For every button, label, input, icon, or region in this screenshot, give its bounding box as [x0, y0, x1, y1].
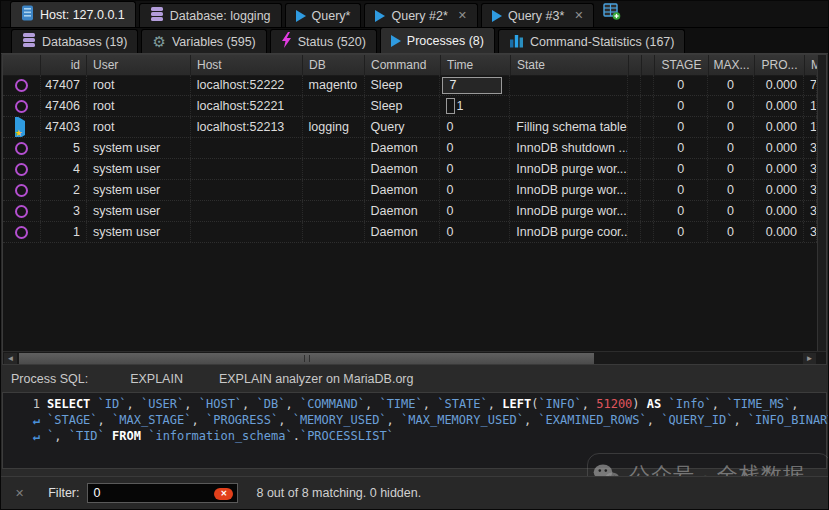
column-header-id[interactable]: id	[41, 55, 87, 75]
cell-db[interactable]	[303, 180, 365, 200]
cell-progress[interactable]: 0.000	[754, 159, 804, 179]
tab-query-2[interactable]: Query #2*✕	[364, 3, 478, 27]
cell-stage[interactable]: 0	[654, 138, 708, 158]
cell-state[interactable]	[510, 96, 628, 116]
column-header-progress[interactable]: PRO...	[755, 55, 805, 75]
close-tab-icon[interactable]: ✕	[574, 9, 583, 22]
cell-stage[interactable]: 0	[654, 117, 708, 137]
table-row[interactable]: 4system userDaemon0InnoDB purge wor...00…	[3, 159, 817, 180]
cell-max_stage[interactable]: 0	[708, 180, 754, 200]
cell-memory[interactable]: 3	[804, 180, 817, 200]
tab-variables-595[interactable]: ⚙Variables (595)	[141, 29, 266, 53]
cell-command[interactable]: Sleep	[365, 75, 441, 95]
cell-user[interactable]: system user	[87, 159, 191, 179]
cell-memory[interactable]: 7	[804, 75, 817, 95]
cell-time[interactable]: 0	[440, 117, 510, 137]
cell-progress[interactable]: 0.000	[754, 117, 804, 137]
column-header-spacer2[interactable]	[642, 55, 655, 75]
cell-id[interactable]: 47407	[41, 75, 87, 95]
cell-spacer1[interactable]	[628, 222, 641, 242]
cell-host[interactable]	[191, 180, 303, 200]
cell-spacer1[interactable]	[628, 96, 641, 116]
cell-time[interactable]: 1	[440, 96, 510, 116]
new-query-icon[interactable]	[603, 6, 621, 23]
cell-state[interactable]: InnoDB purge wor...	[510, 159, 628, 179]
horizontal-scrollbar[interactable]: ◄ ►	[3, 351, 826, 364]
cell-state[interactable]: InnoDB purge wor...	[510, 180, 628, 200]
cell-memory[interactable]: 3	[804, 222, 817, 242]
cell-command[interactable]: Daemon	[365, 222, 441, 242]
cell-host[interactable]: localhost:52222	[191, 75, 303, 95]
cell-host[interactable]	[191, 222, 303, 242]
cell-stage[interactable]: 0	[654, 180, 708, 200]
cell-stage[interactable]: 0	[654, 75, 708, 95]
cell-spacer2[interactable]	[641, 96, 654, 116]
column-header-row_icon[interactable]	[3, 55, 41, 75]
cell-stage[interactable]: 0	[654, 159, 708, 179]
column-header-command[interactable]: Command	[365, 55, 441, 75]
cell-spacer1[interactable]	[628, 159, 641, 179]
tab-processes-8[interactable]: Processes (8)	[380, 27, 495, 53]
cell-memory[interactable]: 1	[804, 117, 817, 137]
column-header-stage[interactable]: STAGE	[655, 55, 709, 75]
cell-row_icon[interactable]	[3, 75, 41, 95]
cell-spacer2[interactable]	[641, 180, 654, 200]
cell-db[interactable]	[303, 159, 365, 179]
cell-progress[interactable]: 0.000	[754, 222, 804, 242]
new-query-button[interactable]	[603, 3, 621, 24]
cell-time[interactable]: 0	[440, 159, 510, 179]
cell-user[interactable]: system user	[87, 222, 191, 242]
cell-stage[interactable]: 0	[654, 201, 708, 221]
vertical-scrollbar[interactable]	[817, 55, 826, 351]
cell-user[interactable]: root	[87, 75, 191, 95]
cell-stage[interactable]: 0	[654, 222, 708, 242]
column-header-spacer1[interactable]	[629, 55, 642, 75]
clear-filter-icon[interactable]: ✕	[214, 488, 233, 500]
cell-max_stage[interactable]: 0	[708, 75, 754, 95]
sql-editor[interactable]: 1SELECT `ID`, `USER`, `HOST`, `DB`, `COM…	[2, 392, 827, 469]
cell-user[interactable]: root	[87, 96, 191, 116]
cell-row_icon[interactable]	[3, 222, 41, 242]
cell-db[interactable]: magento	[303, 75, 365, 95]
cell-state[interactable]: InnoDB shutdown ...	[510, 138, 628, 158]
cell-spacer2[interactable]	[641, 201, 654, 221]
cell-command[interactable]: Daemon	[365, 159, 441, 179]
cell-stage[interactable]: 0	[654, 96, 708, 116]
cell-row_icon[interactable]	[3, 180, 41, 200]
cell-progress[interactable]: 0.000	[754, 138, 804, 158]
scroll-left-arrow-icon[interactable]: ◄	[4, 353, 17, 364]
cell-progress[interactable]: 0.000	[754, 180, 804, 200]
cell-row_icon[interactable]	[3, 159, 41, 179]
cell-spacer1[interactable]	[628, 75, 641, 95]
cell-memory[interactable]: 3	[804, 201, 817, 221]
cell-id[interactable]: 47403	[41, 117, 87, 137]
cell-host[interactable]	[191, 159, 303, 179]
cell-db[interactable]	[303, 222, 365, 242]
close-filter-icon[interactable]: ✕	[15, 487, 24, 500]
table-row[interactable]: 47407rootlocalhost:52222magentoSleep7000…	[3, 75, 817, 96]
cell-time[interactable]: 0	[440, 201, 510, 221]
cell-user[interactable]: system user	[87, 201, 191, 221]
cell-state[interactable]: InnoDB purge wor...	[510, 201, 628, 221]
column-header-db[interactable]: DB	[303, 55, 365, 75]
cell-spacer2[interactable]	[641, 75, 654, 95]
cell-state[interactable]: InnoDB purge coor...	[510, 222, 628, 242]
column-header-state[interactable]: State	[511, 55, 629, 75]
cell-row_icon[interactable]	[3, 201, 41, 221]
cell-time[interactable]: 7	[440, 75, 510, 95]
cell-db[interactable]	[303, 138, 365, 158]
cell-row_icon[interactable]: ★	[3, 117, 41, 137]
cell-host[interactable]	[191, 201, 303, 221]
cell-command[interactable]: Daemon	[365, 180, 441, 200]
cell-host[interactable]	[191, 138, 303, 158]
cell-progress[interactable]: 0.000	[754, 75, 804, 95]
cell-time[interactable]: 0	[440, 222, 510, 242]
table-row[interactable]: 2system userDaemon0InnoDB purge wor...00…	[3, 180, 817, 201]
tab-database-logging[interactable]: Database: logging	[139, 3, 282, 27]
cell-state[interactable]	[510, 75, 628, 95]
cell-progress[interactable]: 0.000	[754, 96, 804, 116]
table-row[interactable]: 1system userDaemon0InnoDB purge coor...0…	[3, 222, 817, 243]
horizontal-scrollbar-thumb[interactable]	[19, 353, 594, 364]
table-row[interactable]: ★47403rootlocalhost:52213loggingQuery0Fi…	[3, 117, 817, 138]
cell-id[interactable]: 1	[41, 222, 87, 242]
